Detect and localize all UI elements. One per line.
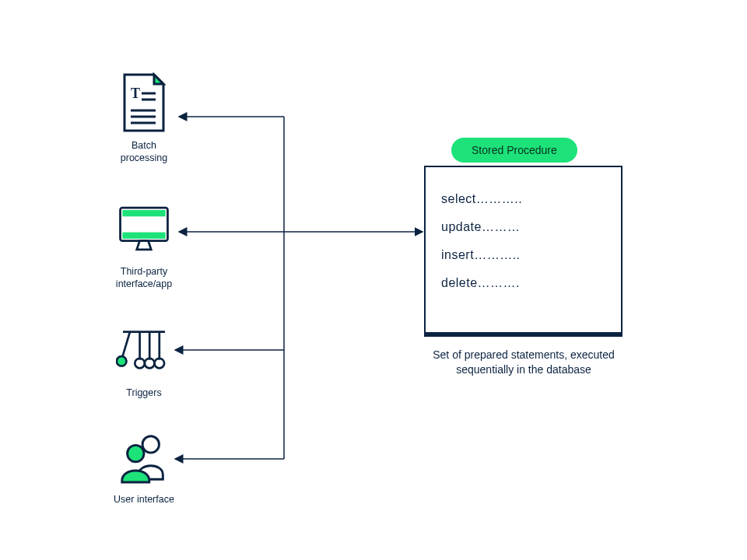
document-text-icon: T — [116, 70, 172, 135]
stored-procedure-caption: Set of prepared statements, executed seq… — [419, 348, 629, 377]
svg-point-25 — [128, 445, 144, 461]
users-icon — [116, 424, 172, 489]
node-user-interface: User interface — [89, 424, 198, 506]
sql-statement: delete………. — [441, 276, 605, 290]
svg-rect-14 — [122, 233, 165, 239]
svg-text:T: T — [131, 86, 140, 101]
node-label: Batchprocessing — [89, 140, 198, 164]
node-triggers: Triggers — [89, 317, 198, 400]
sql-statement: select……….. — [441, 192, 605, 206]
pendulum-icon — [116, 317, 172, 383]
sql-statement: update……… — [441, 220, 605, 234]
svg-rect-13 — [122, 210, 165, 216]
stored-procedure-box: select……….. update……… insert……….. delete… — [424, 166, 622, 337]
svg-point-17 — [117, 356, 127, 366]
svg-point-21 — [145, 359, 155, 369]
svg-point-19 — [135, 359, 145, 369]
node-third-party: Third-partyinterface/app — [89, 196, 198, 290]
svg-point-24 — [142, 436, 159, 453]
node-label: Third-partyinterface/app — [89, 266, 198, 290]
sql-statement: insert……….. — [441, 248, 605, 262]
node-label: Triggers — [89, 387, 198, 400]
node-label: User interface — [89, 494, 198, 506]
svg-point-23 — [155, 359, 165, 369]
node-batch-processing: T Batchprocessing — [89, 70, 198, 164]
monitor-icon — [116, 196, 172, 261]
stored-procedure-pill: Stored Procedure — [451, 138, 577, 163]
